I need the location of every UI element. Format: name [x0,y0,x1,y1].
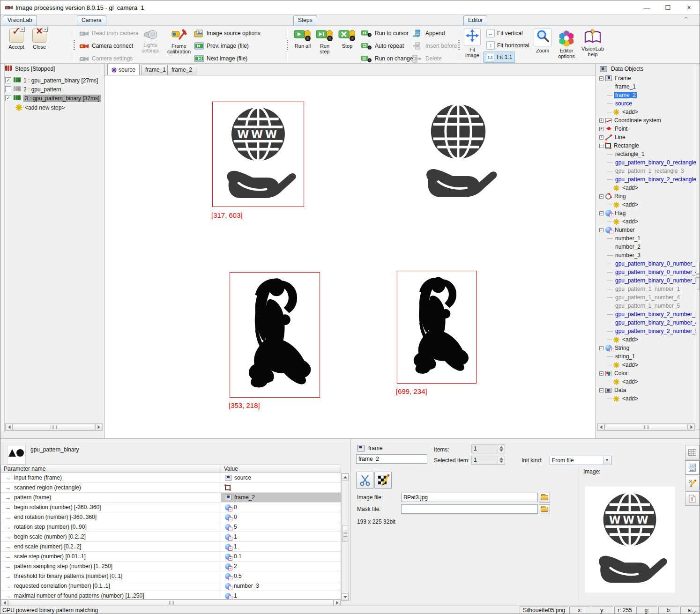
visionlab-help-button[interactable]: ? VisionLab help [581,29,605,57]
scroll-right-button[interactable] [688,424,695,430]
param-row[interactable]: →pattern sampling step (number) [1..250]… [1,562,341,571]
tree-category-point[interactable]: +Point [597,125,696,133]
editor-options-button[interactable]: Editor options [555,29,578,59]
collapse-icon[interactable]: − [599,388,603,392]
tree-item-selected[interactable]: frame_2 [597,91,696,99]
tree-item[interactable]: number_2 [597,243,696,251]
tree-item[interactable]: gpu_pattern_1_number_5 [597,302,696,310]
browse-mask-file-button[interactable] [539,504,550,514]
collapse-icon[interactable]: − [599,76,603,81]
tab-steps[interactable]: Steps [293,15,317,25]
tab-camera[interactable]: Camera [77,15,106,25]
scroll-left-button[interactable] [6,424,13,430]
tree-item[interactable]: number_3 [597,251,696,259]
scroll-down-button[interactable] [342,593,349,600]
step-item-3[interactable]: ✓ 3 : gpu_pattern_binary [37ms] [5,94,101,103]
init-kind-dropdown[interactable]: From file▼ [550,456,611,465]
parameter-table-scrollbar-vertical[interactable] [341,473,349,601]
tree-add-ring[interactable]: <add> [597,200,696,209]
tree-scrollbar-vertical[interactable] [696,65,700,430]
minimize-button[interactable]: — [636,0,657,15]
tree-category-color[interactable]: −Color [597,369,696,377]
collapse-icon[interactable]: − [599,371,603,376]
tab-frame-1[interactable]: frame_1 [141,65,170,75]
param-row[interactable]: →begin scale (number) [0.2..2] ~1 [1,532,341,542]
frame-calibration-button[interactable]: Frame calibration [165,29,193,54]
maximize-button[interactable]: ☐ [657,0,678,15]
run-all-button[interactable]: Run all [292,29,313,49]
param-row[interactable]: →scanned region (rectangle) [1,483,341,493]
close-window-button[interactable]: × [678,0,700,15]
tab-source[interactable]: source [107,64,140,75]
tree-add-rectangle[interactable]: <add> [597,184,696,192]
tab-visionlab[interactable]: VisionLab [3,15,37,25]
fit-1-1-button[interactable]: 1:1 Fit 1:1 [483,52,515,63]
append-button[interactable]: Append [412,29,445,38]
accept-button[interactable]: ✓× Accept [5,29,28,50]
edit-view-button[interactable] [685,476,700,490]
scroll-left-button[interactable] [597,424,604,430]
step-1-checkbox[interactable]: ✓ [5,77,11,83]
tree-add-flag[interactable]: <add> [597,217,696,226]
title-bar[interactable]: Image processing version 8.0.15 - gl_cam… [0,0,700,15]
collapse-icon[interactable]: − [599,144,603,148]
data-objects-tree[interactable]: −Frame frame_1 frame_2 source <add> +Coo… [597,74,696,402]
table-view-button[interactable] [685,445,700,459]
tree-item[interactable]: number_1 [597,234,696,243]
param-row[interactable]: →begin rotation (number) [-360..360] ~0 [1,503,341,512]
add-new-step-button[interactable]: <add new step> [15,103,65,112]
collapse-icon[interactable]: − [599,228,603,232]
run-on-change-button[interactable]: Run on change [360,54,413,63]
scroll-right-button[interactable] [95,424,102,430]
mask-file-input[interactable] [401,504,538,514]
scroll-right-button[interactable] [334,599,341,606]
tree-item[interactable]: gpu_pattern_binary_0_rectangle_3 [597,158,696,167]
prev-image-button[interactable]: Prev. image (file) [194,41,249,51]
tree-item[interactable]: gpu_pattern_1_number_1 [597,285,696,293]
param-row[interactable]: →requested correlation (number) [0.1..1]… [1,581,341,591]
tree-scrollbar-horizontal[interactable] [597,423,695,431]
param-row[interactable]: →scale step (number) [0.01..1] ~0.1 [1,552,341,562]
param-row[interactable]: →input frame (frame) source [1,473,341,483]
tree-item[interactable]: gpu_pattern_1_number_4 [597,293,696,302]
expand-icon[interactable]: + [599,127,603,131]
dropdown-arrow-icon[interactable]: ▼ [603,457,611,464]
tree-add-string[interactable]: <add> [597,361,696,369]
stop-button[interactable]: Stop [338,29,357,49]
step-2-checkbox[interactable] [5,86,11,92]
tree-item[interactable]: gpu_pattern_binary_2_number_1 [597,310,696,318]
tree-item[interactable]: gpu_pattern_1_rectangle_3 [597,167,696,175]
tab-frame-2[interactable]: frame_2 [167,65,196,75]
frame-name-input[interactable] [356,454,427,464]
tree-item[interactable]: gpu_pattern_binary_2_number_4 [597,318,696,327]
collapse-icon[interactable]: − [599,194,603,199]
step-item-1[interactable]: ✓ 1 : gpu_pattern_binary [27ms] [5,76,98,85]
tree-add-color[interactable]: <add> [597,377,696,386]
zoom-button[interactable]: Zoom [532,29,553,53]
close-button[interactable]: ×× Close [29,29,50,50]
tree-item[interactable]: gpu_pattern_binary_2_rectangle_3 [597,175,696,184]
tree-category-data[interactable]: −Data [597,386,696,394]
tree-category-ring[interactable]: −Ring [597,192,696,200]
param-row[interactable]: →end rotation (number) [-360..360] ~0 [1,512,341,522]
step-item-2[interactable]: 2 : gpu_pattern [5,85,61,94]
messages-view-button[interactable]: ! [685,491,700,506]
expand-icon[interactable]: + [599,135,603,140]
tree-category-frame[interactable]: −Frame [597,74,696,82]
scroll-up-button[interactable] [342,473,349,481]
step-3-checkbox[interactable]: ✓ [5,95,11,101]
items-spinner[interactable]: 1 [471,444,505,453]
param-row[interactable]: →threshold for binary patterns (number) … [1,571,341,581]
tree-add-frame[interactable]: <add> [597,108,696,116]
tree-category-rectangle[interactable]: −Rectangle [597,141,696,150]
tree-category-line[interactable]: +Line [597,133,696,141]
auto-repeat-button[interactable]: Auto repeat [360,41,404,51]
tree-item[interactable]: rectangle_1 [597,150,696,158]
fit-vertical-button[interactable]: ↔ Fit vertical [484,28,525,39]
tree-category-coordinate-system[interactable]: +Coordinate system [597,116,696,125]
tree-item[interactable]: gpu_pattern_binary_0_number_1 [597,259,696,268]
steps-panel-scrollbar-vertical[interactable] [0,64,5,432]
cut-frame-button[interactable] [356,472,373,489]
tree-item[interactable]: gpu_pattern_binary_0_number_5 [597,276,696,285]
tree-add-number[interactable]: <add> [597,335,696,344]
